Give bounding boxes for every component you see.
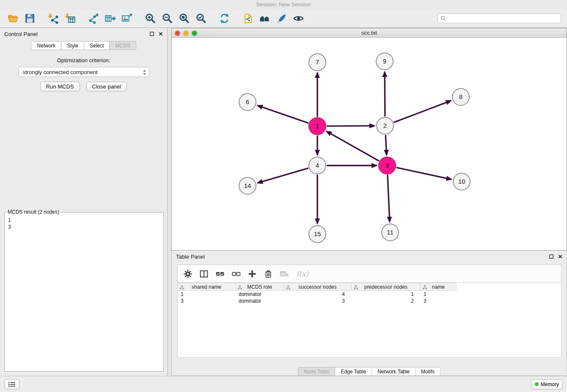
delete-table-button[interactable] xyxy=(278,268,290,280)
list-icon xyxy=(8,381,16,387)
delete-entry-button[interactable] xyxy=(262,268,274,280)
search-input[interactable] xyxy=(448,16,558,22)
network-canvas[interactable]: 7968124314101511 xyxy=(172,38,567,250)
export-image-icon xyxy=(121,13,133,24)
panel-splitter[interactable] xyxy=(168,28,171,376)
edge-4-to-14[interactable] xyxy=(258,168,308,183)
node-4[interactable]: 4 xyxy=(309,157,326,174)
node-15[interactable]: 15 xyxy=(309,226,326,243)
node-3[interactable]: 3 xyxy=(379,157,396,174)
column-header-successor-nodes[interactable]: successor nodes xyxy=(284,283,352,291)
float-icon xyxy=(549,254,553,259)
tab-style[interactable]: Style xyxy=(61,41,84,50)
close-panel-mcds-button[interactable]: Close panel xyxy=(86,82,127,91)
node-1[interactable]: 1 xyxy=(309,118,326,135)
zoom-fit-button[interactable] xyxy=(176,11,193,27)
optimization-criterion-label: Optimization criterion: xyxy=(0,57,167,63)
import-table-button[interactable] xyxy=(61,11,78,27)
table-panel: Table Panel xyxy=(171,251,567,376)
close-table-panel-button[interactable] xyxy=(558,254,562,259)
window-title: Session: New Session xyxy=(256,1,311,8)
tab-network-table[interactable]: Network Table xyxy=(372,367,416,376)
application: { "window": { "title": "Session: New Ses… xyxy=(0,0,567,392)
svg-text:1: 1 xyxy=(316,122,319,130)
refresh-button[interactable] xyxy=(216,11,233,27)
control-panel-title: Control Panel xyxy=(4,31,38,37)
edge-3-to-11[interactable] xyxy=(388,175,390,222)
dropdown-selected-value: strongly connected component xyxy=(23,69,98,75)
select-all-icon xyxy=(215,269,225,279)
search-field[interactable] xyxy=(438,14,561,23)
node-9[interactable]: 9 xyxy=(376,53,393,70)
function-builder-button[interactable]: f(x) xyxy=(295,270,308,278)
paint-style-button[interactable] xyxy=(273,11,290,27)
svg-text:4: 4 xyxy=(316,162,319,169)
network-window-titlebar[interactable]: ×−+ scc.txt xyxy=(172,28,567,38)
export-table-button[interactable] xyxy=(102,11,118,27)
close-panel-button[interactable] xyxy=(159,32,163,36)
run-mcds-button[interactable]: Run MCDS xyxy=(40,82,80,91)
column-tree-icon xyxy=(180,285,184,290)
table-row[interactable]: 3dominator323 xyxy=(178,298,561,304)
node-10[interactable]: 10 xyxy=(453,173,470,190)
tab-network[interactable]: Network xyxy=(31,41,61,50)
show-columns-button[interactable] xyxy=(198,268,210,280)
save-session-button[interactable] xyxy=(21,11,38,27)
float-panel-button[interactable] xyxy=(150,32,154,36)
mcds-result-box: MCDS result (2 nodes) 13 xyxy=(4,209,164,372)
float-table-panel-button[interactable] xyxy=(549,254,553,259)
tab-node-table[interactable]: Node Table xyxy=(298,367,336,376)
add-column-button[interactable] xyxy=(246,268,258,280)
optimization-criterion-select[interactable]: strongly connected component xyxy=(18,67,149,77)
deselect-all-button[interactable] xyxy=(230,268,242,280)
column-header-MCDS-role[interactable]: MCDS role xyxy=(236,283,284,291)
export-network-button[interactable] xyxy=(85,11,102,27)
tab-motifs[interactable]: Motifs xyxy=(416,367,440,376)
houses-button[interactable] xyxy=(256,11,273,27)
window-minimize-button[interactable]: − xyxy=(183,30,189,36)
import-network-button[interactable] xyxy=(44,11,61,27)
node-2[interactable]: 2 xyxy=(377,117,394,134)
mcds-result-legend: MCDS result (2 nodes) xyxy=(6,209,61,215)
memory-button[interactable]: Memory xyxy=(531,379,563,389)
window-maximize-button[interactable]: + xyxy=(192,30,197,36)
window-close-button[interactable]: × xyxy=(175,30,180,36)
copy-network-button[interactable] xyxy=(239,11,256,27)
edge-3-to-1[interactable] xyxy=(327,131,379,161)
edges-layer xyxy=(258,72,451,224)
task-history-button[interactable] xyxy=(4,379,19,389)
open-session-button[interactable] xyxy=(4,11,21,27)
tab-mcds[interactable]: MCDS xyxy=(110,41,136,50)
network-window: ×−+ scc.txt 7968124314101511 xyxy=(171,28,567,251)
tab-edge-table[interactable]: Edge Table xyxy=(335,367,372,376)
edge-2-to-3[interactable] xyxy=(385,135,387,155)
column-tree-icon xyxy=(423,285,427,290)
zoom-out-button[interactable] xyxy=(159,11,176,27)
export-image-button[interactable] xyxy=(118,11,135,27)
node-8[interactable]: 8 xyxy=(452,88,469,105)
select-all-button[interactable] xyxy=(214,268,226,280)
edge-1-to-2[interactable] xyxy=(327,126,374,126)
table-row[interactable]: 1dominator411 xyxy=(178,291,561,298)
node-table: shared nameMCDS rolesuccessor nodesprede… xyxy=(177,283,561,358)
table-settings-button[interactable] xyxy=(182,268,194,280)
column-header-name[interactable]: name xyxy=(421,283,457,291)
column-header-predecessor-nodes[interactable]: predecessor nodes xyxy=(352,283,421,291)
edge-3-to-10[interactable] xyxy=(396,168,451,179)
node-7[interactable]: 7 xyxy=(309,54,326,71)
column-header-shared-name[interactable]: shared name xyxy=(178,283,236,291)
zoom-selected-button[interactable] xyxy=(193,11,209,27)
cell-shared-name: 1 xyxy=(178,291,236,298)
zoom-in-button[interactable] xyxy=(142,11,159,27)
window-titlebar: Session: New Session xyxy=(0,0,567,9)
save-floppy-icon xyxy=(24,13,36,24)
node-14[interactable]: 14 xyxy=(239,177,256,194)
node-6[interactable]: 6 xyxy=(239,94,256,110)
tab-select[interactable]: Select xyxy=(84,41,110,50)
edge-1-to-6[interactable] xyxy=(258,105,309,123)
svg-text:8: 8 xyxy=(459,93,462,100)
edge-2-to-8[interactable] xyxy=(394,101,451,122)
edge-2-to-9[interactable] xyxy=(385,72,385,116)
node-11[interactable]: 11 xyxy=(382,224,399,241)
show-graphics-button[interactable] xyxy=(290,11,307,27)
